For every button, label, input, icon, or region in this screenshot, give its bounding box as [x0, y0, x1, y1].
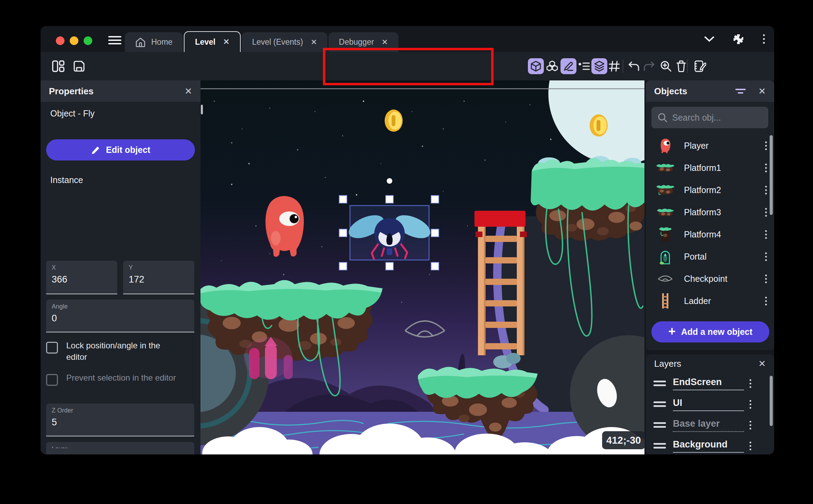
- coin[interactable]: [385, 110, 403, 132]
- undo-icon[interactable]: [626, 58, 642, 74]
- object-name: Platform2: [684, 185, 764, 195]
- layer-drag-handle-icon[interactable]: [653, 422, 666, 428]
- menu-hamburger-icon[interactable]: [108, 36, 121, 45]
- angle-field[interactable]: Angle 0: [46, 299, 194, 332]
- layer-options-kebab-icon[interactable]: [749, 442, 752, 450]
- instances-cubes-icon[interactable]: [544, 58, 560, 74]
- object-list-item[interactable]: Platform3: [646, 201, 774, 223]
- layer-options-kebab-icon[interactable]: [749, 421, 752, 429]
- pink-mushrooms: [244, 337, 293, 379]
- object-options-kebab-icon[interactable]: [764, 141, 767, 150]
- objects-search-box[interactable]: [651, 107, 768, 128]
- object-name: Platform1: [684, 163, 764, 173]
- layer-row[interactable]: UI: [646, 394, 774, 415]
- fly-sprite-selected[interactable]: [345, 206, 434, 260]
- objects-close-icon[interactable]: ✕: [758, 86, 766, 97]
- layers-close-icon[interactable]: ✕: [758, 358, 766, 369]
- chevron-down-icon[interactable]: [704, 36, 714, 43]
- object-list-item[interactable]: Player: [646, 134, 774, 157]
- editor-tab[interactable]: Home ✕: [125, 32, 183, 52]
- editor-tab[interactable]: Level (Events) ✕: [242, 32, 327, 52]
- layer-name[interactable]: UI: [673, 398, 744, 411]
- object-list-item[interactable]: Checkpoint: [646, 268, 774, 290]
- angle-field-label: Angle: [52, 303, 189, 310]
- extensions-puzzle-icon[interactable]: [733, 33, 744, 45]
- layer-options-kebab-icon[interactable]: [749, 379, 752, 388]
- editor-tab[interactable]: Level ✕: [184, 31, 240, 52]
- object-list-item[interactable]: Platform2: [646, 179, 774, 201]
- objects-scrollbar-thumb[interactable]: [770, 135, 773, 215]
- panels-layout-icon[interactable]: [50, 58, 66, 74]
- object-options-kebab-icon[interactable]: [764, 275, 767, 283]
- layer-drag-handle-icon[interactable]: [653, 381, 666, 386]
- z-order-field[interactable]: Z Order 5: [46, 403, 194, 436]
- canvas-scrollbar-thumb[interactable]: [201, 105, 203, 114]
- save-icon[interactable]: [71, 58, 87, 74]
- properties-close-icon[interactable]: ✕: [185, 86, 192, 97]
- angle-field-value[interactable]: 0: [52, 313, 189, 324]
- layer-name[interactable]: Base layer: [673, 418, 744, 432]
- object-list-item[interactable]: Platform4: [646, 223, 774, 245]
- layer-drag-handle-icon[interactable]: [653, 443, 666, 449]
- z-order-value[interactable]: 5: [52, 417, 189, 428]
- tab-close-icon[interactable]: ✕: [309, 38, 317, 47]
- traffic-light-close[interactable]: [56, 36, 65, 45]
- filter-icon[interactable]: [735, 87, 746, 95]
- object-groups-list-icon[interactable]: [576, 58, 592, 74]
- object-name: Ladder: [684, 296, 764, 306]
- objects-panel: Objects ✕ Player: [646, 80, 774, 350]
- layer-row[interactable]: Base layer: [646, 415, 774, 435]
- editor-tab[interactable]: Debugger ✕: [328, 32, 398, 52]
- redo-icon[interactable]: [641, 58, 657, 74]
- object-options-kebab-icon[interactable]: [764, 297, 767, 305]
- tab-close-icon[interactable]: ✕: [379, 38, 388, 47]
- prevent-selection-checkbox[interactable]: [46, 374, 58, 386]
- window-menu-kebab-icon[interactable]: [762, 34, 765, 44]
- y-position-field[interactable]: Y 172: [123, 261, 194, 294]
- rotation-handle[interactable]: [387, 178, 392, 184]
- lock-position-label: Lock position/angle in the editor: [66, 340, 181, 363]
- y-field-value[interactable]: 172: [129, 274, 189, 285]
- object-list-item[interactable]: Platform1: [646, 157, 774, 179]
- grid-icon[interactable]: [606, 58, 622, 74]
- tab-label: Debugger: [339, 37, 374, 47]
- layer-name[interactable]: EndScreen: [673, 377, 744, 390]
- layer-options-kebab-icon[interactable]: [749, 400, 752, 409]
- layer-name[interactable]: Background: [673, 439, 744, 453]
- coin[interactable]: [590, 114, 608, 137]
- pencil-icon: [91, 145, 101, 155]
- traffic-light-maximize[interactable]: [84, 36, 92, 45]
- traffic-light-minimize[interactable]: [70, 36, 78, 45]
- object-options-kebab-icon[interactable]: [764, 230, 767, 239]
- layer-list: EndScreen UI Base layer Backg: [646, 373, 774, 454]
- layer-row[interactable]: Background: [646, 435, 774, 454]
- object-list-item[interactable]: Ladder: [646, 290, 774, 312]
- x-field-value[interactable]: 366: [52, 274, 112, 285]
- object-mode-cube-icon[interactable]: [528, 58, 544, 74]
- toolbar: Preview Publish: [41, 52, 774, 80]
- layers-scrollbar-thumb[interactable]: [770, 376, 773, 426]
- cut-width-field: [46, 448, 117, 454]
- add-new-object-button[interactable]: + Add a new object: [651, 321, 769, 342]
- zoom-in-icon[interactable]: [658, 58, 674, 74]
- lock-position-checkbox[interactable]: [46, 342, 58, 354]
- edit-scene-properties-icon[interactable]: [692, 58, 708, 74]
- x-position-field[interactable]: X 366: [46, 261, 117, 294]
- layer-row[interactable]: EndScreen: [646, 373, 774, 394]
- object-options-kebab-icon[interactable]: [764, 164, 767, 172]
- tab-label: Home: [151, 37, 172, 47]
- object-list-item[interactable]: Portal: [646, 245, 774, 268]
- edit-pencil-mode-icon[interactable]: [560, 58, 576, 74]
- object-options-kebab-icon[interactable]: [764, 186, 767, 194]
- object-options-kebab-icon[interactable]: [764, 208, 767, 217]
- object-thumbnail-icon: [656, 204, 674, 220]
- search-icon: [658, 113, 667, 122]
- objects-search-input[interactable]: [672, 113, 755, 123]
- edit-object-button[interactable]: Edit object: [46, 139, 195, 160]
- tab-close-icon[interactable]: ✕: [221, 37, 229, 46]
- scene-canvas[interactable]: 412;-30: [200, 80, 644, 454]
- object-options-kebab-icon[interactable]: [764, 252, 767, 261]
- layer-drag-handle-icon[interactable]: [653, 401, 666, 407]
- object-name: Platform4: [684, 229, 764, 240]
- layers-panel-icon[interactable]: [591, 58, 607, 74]
